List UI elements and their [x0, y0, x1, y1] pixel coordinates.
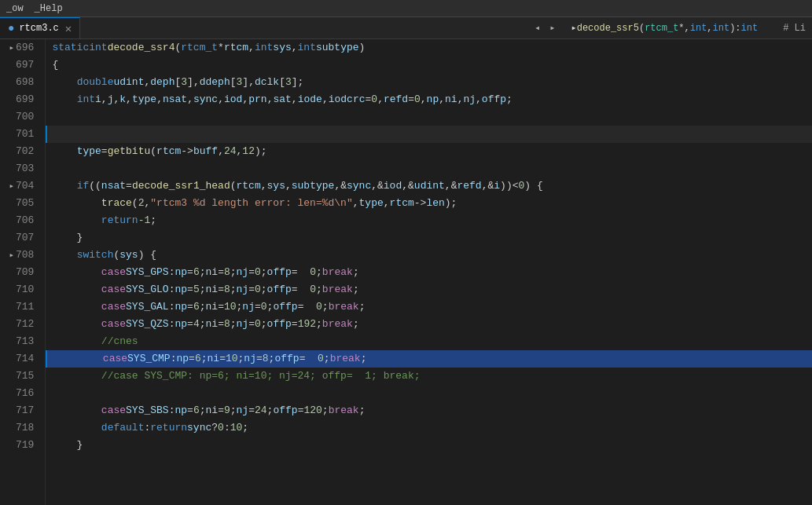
code-line-715: //case SYS_CMP: np=6; ni=10; nj=24; offp… — [46, 368, 812, 385]
code-line-702: type=getbitu(rtcm->buff,24,12); — [46, 143, 812, 160]
code-line-710: case SYS_GLO: np=5; ni= 8; nj= 0; offp= … — [46, 281, 812, 298]
code-area: ▸696 697 698 699 700 701 702 703 ▸704 70… — [0, 39, 812, 505]
tab-bar-right: ◂ ▸ ▸ decode_ssr5(rtcm_t *, int, int): i… — [528, 17, 812, 38]
menu-help[interactable]: _Help — [35, 3, 63, 14]
titlebar: _ow _Help — [0, 0, 812, 17]
code-line-699: int i,j,k,type,nsat,sync,iod,prn,sat,iod… — [46, 91, 812, 108]
code-line-712: case SYS_QZS: np=4; ni= 8; nj= 0; offp=1… — [46, 316, 812, 333]
tab-close-button[interactable]: ✕ — [65, 22, 72, 35]
function-signature: ▸ decode_ssr5(rtcm_t *, int, int): int — [564, 22, 764, 34]
code-line-706: return -1; — [46, 212, 812, 229]
menu-bar[interactable]: _ow _Help — [6, 3, 63, 14]
menu-ow[interactable]: _ow — [6, 3, 24, 14]
code-line-713: //cnes — [46, 333, 812, 350]
code-line-705: trace(2,"rtcm3 %d length error: len=%d\n… — [46, 195, 812, 212]
code-line-696: static int decode_ssr4(rtcm_t *rtcm, int… — [46, 39, 812, 57]
code-line-707: } — [46, 229, 812, 247]
code-line-703 — [46, 160, 812, 177]
tab-icon-circle: ● — [8, 22, 14, 35]
tab-bar: ● rtcm3.c ✕ ◂ ▸ ▸ decode_ssr5(rtcm_t *, … — [0, 17, 812, 39]
code-line-714: case SYS_CMP: np=6; ni= 10; nj= 8; offp=… — [46, 350, 812, 368]
tab-nav-left[interactable]: ◂ — [535, 22, 540, 34]
tab-nav-right[interactable]: ▸ — [549, 22, 555, 34]
line-696: ▸696 — [3, 39, 39, 57]
code-line-717: case SYS_SBS: np=6; ni= 9; nj=24; offp=1… — [46, 402, 812, 419]
code-line-711: case SYS_GAL: np=6; ni=10; nj= 0; offp= … — [46, 298, 812, 316]
code-line-719: } — [46, 437, 812, 454]
tab-label: rtcm3.c — [19, 23, 58, 34]
line-numbers: ▸696 697 698 699 700 701 702 703 ▸704 70… — [0, 39, 46, 505]
code-line-697: { — [46, 57, 812, 74]
code-line-718: default: return sync?0:10; — [46, 419, 812, 437]
code-line-704: if ((nsat=decode_ssr1_head(rtcm,sys,subt… — [46, 177, 812, 195]
code-line-700 — [46, 108, 812, 126]
line-info: # Li — [783, 23, 806, 34]
code-line-708: switch (sys) { — [46, 247, 812, 264]
code-line-698: double udint,deph[3],ddeph[3],dclk[3]; — [46, 74, 812, 91]
code-line-709: case SYS_GPS: np=6; ni= 8; nj= 0; offp= … — [46, 264, 812, 281]
code-line-716 — [46, 385, 812, 402]
tab-rtcm3[interactable]: ● rtcm3.c ✕ — [0, 17, 80, 38]
code-line-701 — [46, 126, 812, 143]
code-content[interactable]: static int decode_ssr4(rtcm_t *rtcm, int… — [46, 39, 812, 505]
